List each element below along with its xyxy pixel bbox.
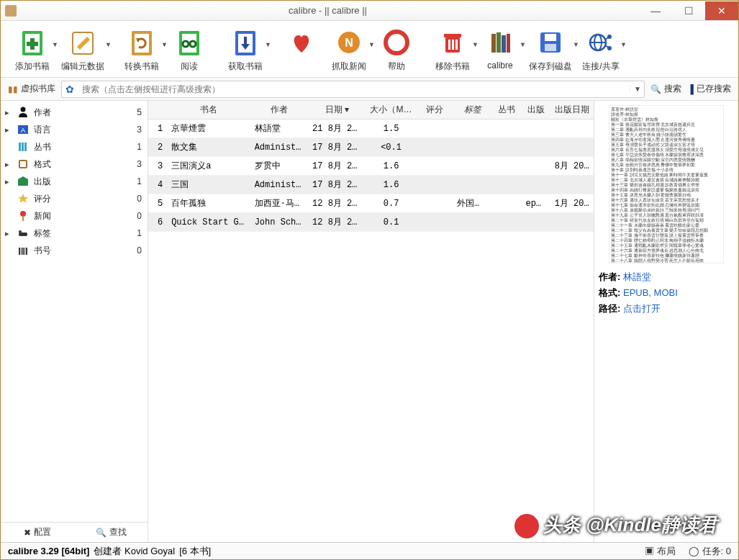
table-row[interactable]: 4三国Administrator17 8月 20181.6: [148, 176, 594, 194]
fetch-news-button[interactable]: N ▼ 抓取新闻: [326, 25, 372, 74]
nav-icon: [17, 175, 30, 188]
layout-button[interactable]: ▣ 布局: [645, 545, 676, 558]
globe-icon: [585, 27, 617, 58]
nav-item-3[interactable]: ▸格式3: [1, 155, 148, 173]
nav-item-0[interactable]: ▸作者5: [1, 104, 148, 121]
svg-point-51: [20, 211, 26, 217]
col-header[interactable]: 标签: [453, 101, 492, 119]
svg-rect-24: [452, 40, 454, 50]
svg-point-40: [21, 107, 26, 112]
help-icon: [381, 27, 412, 58]
svg-rect-26: [491, 34, 496, 53]
caret-icon: ▸: [5, 177, 12, 186]
dropdown-arrow-icon[interactable]: ▼: [105, 41, 112, 48]
remove-books-button[interactable]: ▼ 移除书籍: [430, 25, 476, 74]
cover-preview[interactable]: 原著作-林語堂譯者序-林如斯關於《京華煙雲》林如斯第一章 後花園富翁埋珠寶 北京…: [609, 105, 724, 263]
advanced-search-button[interactable]: ✿: [62, 83, 78, 95]
convert-books-button[interactable]: ▼ 转换书籍: [119, 25, 165, 74]
col-header[interactable]: 日期 ▾: [308, 101, 366, 119]
svg-rect-29: [507, 34, 510, 53]
nav-item-6[interactable]: 新闻0: [1, 207, 148, 225]
nav-item-8[interactable]: 书号0: [1, 242, 148, 259]
table-header-row[interactable]: 书名作者日期 ▾大小（MB）评分标签丛书出版出版日期: [148, 101, 594, 119]
nav-count: 0: [137, 245, 142, 256]
col-header[interactable]: 评分: [417, 101, 453, 119]
help-button[interactable]: 帮助: [373, 25, 420, 74]
connect-share-button[interactable]: ▼ 连接/共享: [578, 25, 624, 74]
svg-rect-31: [545, 34, 556, 41]
table-row[interactable]: 5百年孤独加西亚·马…12 8月 20180.7外国…ep…1月 2011: [148, 194, 594, 213]
table-row[interactable]: 3三国演义a罗贯中17 8月 20181.68月 2018: [148, 157, 594, 176]
svg-rect-48: [18, 179, 28, 186]
svg-rect-58: [24, 248, 25, 255]
svg-rect-44: [22, 143, 24, 151]
close-button[interactable]: ✕: [705, 1, 738, 20]
maximize-button[interactable]: ☐: [672, 1, 705, 20]
nav-icon: A: [17, 123, 30, 136]
minimize-button[interactable]: —: [639, 1, 672, 20]
nav-count: 1: [137, 176, 142, 186]
search-row: ▮▮ 虚拟书库 ✿ ▼ 🔍 搜索 ▐ 已存搜索: [1, 78, 738, 101]
virtual-library-button[interactable]: ▮▮ 虚拟书库: [8, 83, 55, 95]
col-header[interactable]: 书名: [167, 101, 250, 119]
col-header[interactable]: 出版日期: [550, 101, 594, 119]
col-header[interactable]: 丛书: [492, 101, 521, 119]
window-title: calibre - || calibre ||: [17, 5, 639, 16]
edit-metadata-button[interactable]: ▼ 编辑元数据: [57, 25, 109, 74]
read-button[interactable]: 阅读: [166, 25, 212, 74]
fetch-books-button[interactable]: ▼ 获取书籍: [222, 25, 268, 74]
dropdown-arrow-icon[interactable]: ▼: [620, 41, 627, 48]
nav-label: 格式: [34, 158, 132, 171]
svg-rect-59: [26, 248, 27, 255]
search-dropdown[interactable]: ▼: [630, 85, 644, 93]
nav-count: 5: [137, 107, 142, 117]
edit-icon: [67, 27, 99, 58]
col-header[interactable]: 作者: [250, 101, 308, 119]
heart-icon: [286, 27, 317, 58]
table-row[interactable]: 2散文集Administrator17 8月 2018<0.1: [148, 138, 594, 157]
author-link[interactable]: 林語堂: [623, 271, 651, 282]
table-row[interactable]: 1京華煙雲林語堂21 8月 20181.5: [148, 119, 594, 138]
col-header[interactable]: [148, 101, 167, 119]
format-label: 格式:: [599, 287, 620, 298]
caret-icon: ▸: [5, 229, 12, 238]
nav-item-5[interactable]: 评分0: [1, 190, 148, 207]
add-books-button[interactable]: ▼ 添加书籍: [9, 25, 55, 74]
svg-rect-3: [27, 42, 38, 46]
svg-rect-43: [19, 143, 21, 151]
svg-rect-22: [444, 34, 461, 37]
jobs-button[interactable]: ◯ 任务: 0: [689, 545, 731, 558]
format-link[interactable]: EPUB, MOBI: [623, 287, 678, 298]
status-count: [6 本书]: [179, 545, 211, 558]
nav-label: 出版: [34, 176, 132, 188]
nav-count: 1: [137, 228, 142, 238]
col-header[interactable]: 出版: [521, 101, 550, 119]
book-detail-panel: 原著作-林語堂譯者序-林如斯關於《京華煙雲》林如斯第一章 後花園富翁埋珠寶 北京…: [594, 101, 738, 542]
svg-rect-25: [455, 40, 458, 50]
nav-item-4[interactable]: ▸出版1: [1, 173, 148, 190]
nav-icon: [17, 106, 30, 119]
heart-button[interactable]: [278, 25, 325, 72]
nav-item-2[interactable]: 丛书1: [1, 138, 148, 155]
saved-search-button[interactable]: ▐ 已存搜索: [687, 83, 731, 95]
nav-item-1[interactable]: ▸A语言3: [1, 121, 148, 138]
library-button[interactable]: ▼ calibre: [477, 25, 523, 72]
nav-label: 语言: [34, 124, 132, 136]
search-button[interactable]: 🔍 搜索: [650, 83, 681, 95]
path-link[interactable]: 点击打开: [623, 303, 661, 314]
svg-rect-56: [21, 248, 22, 255]
svg-rect-32: [545, 44, 556, 51]
config-button[interactable]: ✖配置: [1, 526, 74, 538]
find-button[interactable]: 🔍查找: [74, 526, 148, 538]
read-icon: [173, 27, 205, 58]
dropdown-arrow-icon[interactable]: ▼: [265, 41, 271, 48]
table-row[interactable]: 6Quick Start GuideJohn Schember12 8月 201…: [148, 213, 594, 232]
save-to-disk-button[interactable]: ▼ 保存到磁盘: [525, 25, 576, 74]
svg-rect-45: [24, 143, 27, 151]
svg-rect-27: [497, 32, 501, 53]
col-header[interactable]: 大小（MB）: [366, 101, 416, 119]
nav-item-7[interactable]: ▸标签1: [1, 225, 148, 242]
search-input[interactable]: [78, 84, 630, 94]
path-label: 路径:: [599, 303, 620, 314]
nav-label: 标签: [34, 227, 132, 240]
